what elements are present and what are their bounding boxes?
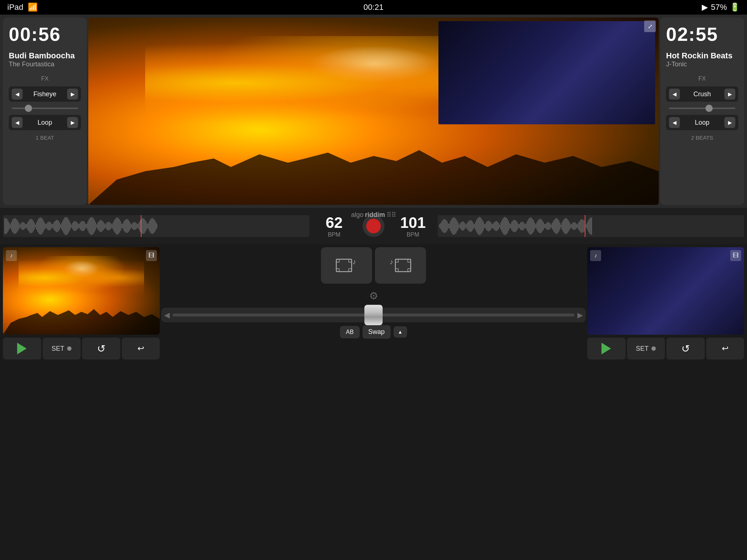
main-content: 00:56 Budi Bamboocha The Fourtastica FX …	[0, 15, 747, 560]
left-set-button[interactable]: SET	[43, 338, 81, 359]
right-fx-slider-thumb[interactable]	[705, 105, 713, 112]
settings-button[interactable]: ⚙	[364, 287, 383, 305]
left-bpm-label: BPM	[328, 232, 341, 238]
svg-rect-0	[336, 259, 352, 272]
left-deck-video: ♪ 🎞	[3, 247, 160, 335]
left-deck-area: ♪ 🎞 SET ↺ ↩	[3, 247, 160, 557]
right-fx-label: FX	[666, 75, 738, 82]
left-bpm-display: 62 BPM	[312, 214, 356, 238]
left-fx-label: FX	[9, 75, 81, 82]
film-music-icon-right: ♪	[390, 256, 411, 275]
left-loop-beats: 1 BEAT	[9, 135, 81, 141]
crossfader-right-button[interactable]: ▶	[577, 311, 583, 319]
right-fx-control: ◀ Crush ▶	[666, 86, 738, 102]
right-bpm-label: BPM	[407, 232, 419, 238]
swap-label: Swap	[368, 328, 385, 335]
pip-dancer-background	[438, 21, 655, 124]
right-deck-area: ♪ 🎞 SET ↺ ↩	[587, 247, 744, 557]
right-playhead	[585, 215, 585, 237]
battery-display: 57%	[711, 3, 727, 12]
right-video-music-badge: ♪	[590, 250, 601, 261]
left-fx-slider-thumb[interactable]	[25, 105, 32, 112]
waveform-left[interactable]	[3, 215, 309, 237]
right-timer: 02:55	[666, 23, 738, 45]
svg-rect-7	[395, 259, 411, 272]
right-fx-slider-container	[666, 106, 738, 110]
logo-text2: riddim	[365, 211, 385, 219]
expand-video-button[interactable]: ⤢	[644, 20, 656, 32]
right-fx-prev-button[interactable]: ◀	[669, 89, 680, 100]
left-video-mix-button[interactable]: ♪	[321, 247, 372, 284]
chevron-up-button[interactable]: ▲	[394, 326, 407, 338]
deck-panel-left: 00:56 Budi Bamboocha The Fourtastica FX …	[3, 18, 87, 205]
status-bar: iPad 📶 00:21 ▶ 57% 🔋	[0, 0, 747, 15]
time-display: 00:21	[363, 3, 383, 12]
right-set-label: SET	[636, 345, 649, 353]
ab-button[interactable]: AB	[340, 326, 359, 338]
left-artist: The Fourtastica	[9, 61, 81, 68]
waveform-section: algoriddim ⠿⠿ 62 BPM 101 BPM	[0, 208, 747, 244]
right-bpm-number: 101	[400, 214, 426, 232]
top-section: 00:56 Budi Bamboocha The Fourtastica FX …	[0, 15, 747, 208]
left-bpm-number: 62	[326, 214, 343, 232]
waveform-left-visual	[3, 215, 309, 237]
left-loop-prev-button[interactable]: ◀	[12, 117, 23, 128]
right-set-button[interactable]: SET	[627, 338, 665, 359]
left-loop-next-button[interactable]: ▶	[67, 117, 78, 128]
left-scratch-button[interactable]: ↩	[122, 338, 160, 359]
left-playhead	[141, 215, 142, 237]
swap-button[interactable]: Swap	[363, 325, 391, 339]
right-loop-prev-button[interactable]: ◀	[669, 117, 680, 128]
left-track-title: Budi Bamboocha	[9, 51, 81, 61]
right-video-mix-button[interactable]: ♪	[375, 247, 426, 284]
film-music-icon-left: ♪	[336, 256, 357, 275]
right-track-title: Hot Rockin Beats	[666, 51, 738, 61]
center-top-row: ♪ ♪	[161, 247, 586, 284]
left-play-button[interactable]	[3, 338, 41, 359]
right-artist: J-Tonic	[666, 61, 738, 68]
right-loop-name: Loop	[682, 119, 722, 127]
left-fx-slider[interactable]	[12, 108, 78, 109]
left-play-icon	[17, 343, 27, 354]
left-fx-prev-button[interactable]: ◀	[12, 89, 23, 100]
left-video-film-badge: 🎞	[146, 250, 157, 261]
left-set-dot	[67, 346, 71, 351]
left-fx-slider-container	[9, 106, 81, 110]
left-video-music-badge: ♪	[6, 250, 17, 261]
left-loop-button[interactable]: ↺	[82, 338, 120, 359]
right-fx-name: Crush	[682, 90, 722, 98]
right-loop-button[interactable]: ↺	[666, 338, 705, 359]
deck-panel-right: 02:55 Hot Rockin Beats J-Tonic FX ◀ Crus…	[660, 18, 744, 205]
record-dot	[366, 219, 381, 233]
left-fx-control: ◀ Fisheye ▶	[9, 86, 81, 102]
right-fx-next-button[interactable]: ▶	[724, 89, 735, 100]
waveform-right[interactable]	[438, 215, 744, 237]
crossfader-left-button[interactable]: ◀	[164, 311, 170, 319]
right-fx-slider[interactable]	[669, 108, 735, 109]
right-play-button[interactable]	[587, 338, 626, 359]
logo-text1: algo	[351, 211, 363, 219]
right-loop-next-button[interactable]: ▶	[724, 117, 735, 128]
wifi-icon: 📶	[28, 3, 38, 12]
left-fx-name: Fisheye	[25, 90, 65, 98]
center-controls: ♪ ♪ ⚙ ◀	[161, 247, 586, 557]
bottom-center-row: AB Swap ▲	[340, 325, 407, 339]
left-set-label: SET	[51, 345, 64, 353]
video-main	[88, 18, 659, 205]
right-bottom-controls: SET ↺ ↩	[587, 338, 744, 359]
algoriddim-logo: algoriddim ⠿⠿	[351, 211, 396, 219]
center-video: ⤢	[88, 18, 659, 205]
left-fx-next-button[interactable]: ▶	[67, 89, 78, 100]
crossfader-container: ◀ ▶	[161, 308, 586, 322]
right-video-film-badge: 🎞	[730, 250, 741, 261]
left-loop-name: Loop	[25, 119, 65, 127]
right-scratch-button[interactable]: ↩	[706, 338, 744, 359]
left-timer: 00:56	[9, 23, 81, 45]
play-status-icon: ▶	[702, 3, 708, 12]
video-pip	[438, 21, 655, 124]
crossfader-track[interactable]	[173, 314, 574, 316]
right-loop-control: ◀ Loop ▶	[666, 115, 738, 130]
crossfader-thumb[interactable]	[364, 305, 383, 325]
logo-grid-icon: ⠿⠿	[387, 211, 396, 219]
right-set-dot	[651, 346, 656, 351]
